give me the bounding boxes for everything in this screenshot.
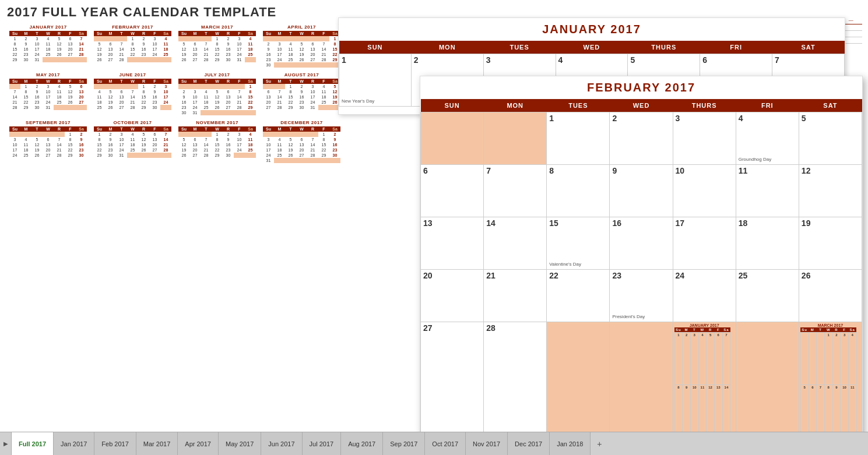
mini-cal-cell <box>274 158 285 163</box>
mini-cal-cell: 11 <box>245 41 256 47</box>
tab-item-full-2017[interactable]: Full 2017 <box>12 432 54 455</box>
mini-cal-cell: 9 <box>31 89 43 94</box>
tab-nav-left[interactable]: ▶ <box>0 432 12 455</box>
mini-cal-cell: 17 <box>160 94 171 100</box>
mini-cal-cell: 30 <box>263 62 274 68</box>
mini-cal-cell: 17 <box>263 147 274 153</box>
mini-cal-cell: 13 <box>263 94 274 100</box>
feb-header-thurs: THURS <box>673 99 736 112</box>
feb-cell: 20 <box>421 270 484 322</box>
tab-item-jul-2017[interactable]: Jul 2017 <box>303 432 342 455</box>
tab-item-nov-2017[interactable]: Nov 2017 <box>466 432 508 455</box>
mini-cal-cell: 28 <box>116 57 127 62</box>
mini-cal-header: M <box>189 126 201 132</box>
mini-cal-cell: 24 <box>149 52 160 57</box>
mini-cal-header: T <box>201 126 212 132</box>
mini-cal-cell: 25 <box>54 100 65 105</box>
mini-cal-cell <box>285 62 296 68</box>
mini-cal-cell <box>201 132 212 137</box>
tab-item-apr-2017[interactable]: Apr 2017 <box>178 432 219 455</box>
mini-cal-cell: 12 <box>94 47 105 52</box>
mini-cal-cell: 3 <box>234 36 245 41</box>
tab-item-feb-2017[interactable]: Feb 2017 <box>94 432 136 455</box>
mini-cal-cell: 2 <box>263 41 274 47</box>
mini-cal-cell: 14 <box>318 47 329 52</box>
mini-cal-cell: 8 <box>9 41 20 47</box>
mini-cal-cell: 21 <box>54 147 65 153</box>
mini-cal-cell: 27 <box>307 57 318 62</box>
mini-cal-cell: 14 <box>307 142 318 147</box>
mini-cal-cell: 1 <box>9 36 20 41</box>
mini-cal-cell <box>245 110 256 115</box>
tab-item-sep-2017[interactable]: Sep 2017 <box>383 432 425 455</box>
tab-item-aug-2017[interactable]: Aug 2017 <box>341 432 383 455</box>
mini-cal-cell <box>296 36 307 41</box>
mini-cal-cell: 9 <box>263 47 274 52</box>
mini-cal-cell: 26 <box>54 52 65 57</box>
mini-cal-cell <box>245 57 256 62</box>
feb-cell <box>736 322 799 432</box>
mini-cal-title: JULY 2017 <box>178 72 256 77</box>
mini-cal-cell: 30 <box>105 153 116 158</box>
mini-cal-cell: 29 <box>20 105 31 110</box>
mini-cal-header: W <box>212 126 223 132</box>
jan-cell: 1 New Year's Day <box>339 54 412 107</box>
large-jan-title: JANUARY 2017 <box>339 18 845 41</box>
mini-cal-header: R <box>307 126 318 132</box>
jan-header-thurs: THURS <box>628 41 700 54</box>
mini-cal-header: W <box>127 79 138 84</box>
mini-cal-header: R <box>307 31 318 36</box>
feb-header-mon: MON <box>484 99 547 112</box>
mini-cal-cell: 16 <box>105 142 116 147</box>
tab-item-oct-2017[interactable]: Oct 2017 <box>425 432 466 455</box>
mini-cal-cell: 26 <box>94 57 105 62</box>
mini-cal-cell: 26 <box>105 105 116 110</box>
mini-cal-cell: 5 <box>178 41 189 47</box>
mini-cal-cell <box>263 132 274 137</box>
mini-cal-cell: 14 <box>234 94 245 100</box>
mini-cal-cell: 31 <box>189 110 201 115</box>
mini-cal-header: M <box>189 31 201 36</box>
tab-item-jun-2017[interactable]: Jun 2017 <box>261 432 302 455</box>
feb-cell: 9 <box>610 165 673 217</box>
mini-cal-june-2017: JUNE 2017SuMTWRFSa1234567891011121314151… <box>90 70 175 118</box>
mini-cal-cell <box>318 158 329 163</box>
mini-cal-cell: 7 <box>274 89 285 94</box>
tab-item-jan-2018[interactable]: Jan 2018 <box>550 432 591 455</box>
mini-cal-cell: 8 <box>285 89 296 94</box>
mini-cal-cell: 23 <box>329 147 340 153</box>
mini-cal-cell: 13 <box>76 89 87 94</box>
feb-cell <box>484 112 547 165</box>
mini-cal-cell: 12 <box>178 47 189 52</box>
large-feb-table: SUN MON TUES WED THURS FRI SAT 1 2 3 <box>420 99 862 432</box>
mini-cal-header: R <box>223 31 234 36</box>
mini-cal-cell: 7 <box>234 89 245 94</box>
mini-cal-header: W <box>127 31 138 36</box>
mini-cal-cell: 28 <box>274 105 285 110</box>
tab-item-jan-2017[interactable]: Jan 2017 <box>54 432 94 455</box>
tab-item-mar-2017[interactable]: Mar 2017 <box>136 432 178 455</box>
mini-cal-cell <box>245 153 256 158</box>
mini-cal-cell: 10 <box>263 142 274 147</box>
mini-cal-header: F <box>234 126 245 132</box>
tab-item-dec-2017[interactable]: Dec 2017 <box>508 432 550 455</box>
mini-cal-cell: 13 <box>43 142 54 147</box>
mini-cal-cell: 28 <box>54 153 65 158</box>
mini-cal-cell <box>178 132 189 137</box>
tabs-container: Full 2017Jan 2017Feb 2017Mar 2017Apr 201… <box>12 432 591 455</box>
feb-header-tues: TUES <box>547 99 610 112</box>
mini-cal-cell: 20 <box>296 147 307 153</box>
mini-cal-cell: 23 <box>178 105 189 110</box>
mini-cal-cell: 10 <box>43 89 54 94</box>
feb-cell: 18 <box>736 217 799 270</box>
mini-cal-cell: 29 <box>138 105 149 110</box>
tab-item-may-2017[interactable]: May 2017 <box>219 432 261 455</box>
mini-cal-cell: 20 <box>307 52 318 57</box>
mini-cal-cell: 31 <box>234 57 245 62</box>
mini-cal-cell: 18 <box>20 147 31 153</box>
tab-add-button[interactable]: + <box>591 432 608 455</box>
mini-cal-cell: 23 <box>223 52 234 57</box>
mini-cal-cell: 12 <box>178 142 189 147</box>
mini-cal-cell: 7 <box>201 137 212 142</box>
table-row: 13 14 15Valentine's Day 16 17 18 19 <box>421 217 862 270</box>
